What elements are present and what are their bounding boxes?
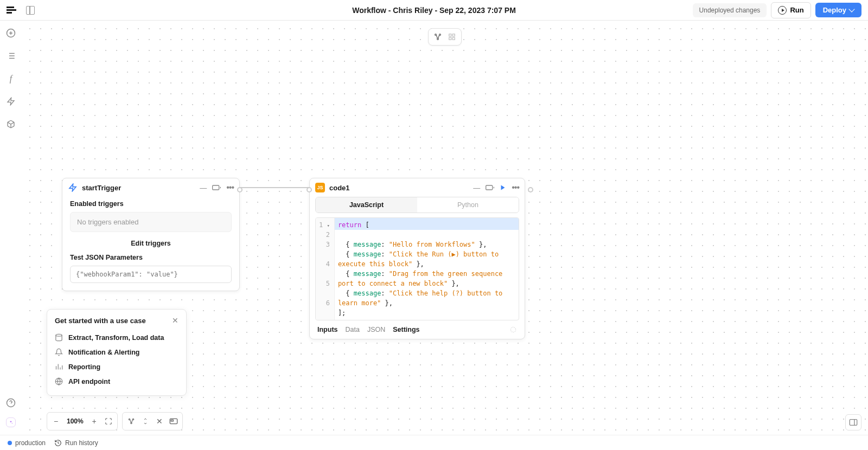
usecase-title: Get started with a use case — [55, 317, 146, 325]
tab-python[interactable]: Python — [417, 197, 519, 213]
run-history-label: Run history — [65, 439, 98, 447]
workflow-canvas[interactable]: startTrigger — ••• Enabled triggers No t… — [22, 21, 868, 435]
minimize-icon[interactable]: — — [200, 184, 207, 192]
right-panel-button[interactable] — [845, 414, 861, 430]
node-title: code1 — [329, 184, 469, 192]
port-out[interactable] — [237, 187, 242, 192]
package-icon[interactable] — [6, 119, 16, 129]
port-out[interactable] — [528, 187, 533, 192]
svg-rect-16 — [449, 34, 451, 36]
json-params-input[interactable] — [70, 266, 232, 283]
history-icon — [54, 439, 62, 447]
bolt-icon — [68, 183, 78, 192]
deploy-label: Deploy — [823, 6, 846, 14]
panel-toggle-icon[interactable] — [26, 6, 35, 15]
usecase-item-api[interactable]: API endpoint — [55, 374, 178, 389]
resize-handle-icon[interactable] — [509, 326, 517, 333]
code-editor[interactable]: 1 ▾23 4 5 6 return [ { message: "Hello f… — [315, 217, 519, 320]
svg-marker-25 — [501, 185, 505, 190]
chart-icon — [55, 363, 63, 371]
port-in[interactable] — [307, 187, 312, 192]
usecase-item-notification[interactable]: Notification & Alerting — [55, 345, 178, 359]
code-footer: Inputs Data JSON Settings — [310, 320, 525, 339]
more-icon[interactable]: ••• — [512, 183, 519, 192]
footer-inputs[interactable]: Inputs — [317, 326, 338, 333]
bottom-toolbar: − 100% + ✕ — [47, 412, 183, 430]
play-circle-icon — [778, 6, 787, 15]
help-icon[interactable] — [6, 398, 16, 408]
graph-view-button[interactable] — [431, 31, 445, 43]
close-icon[interactable]: ✕ — [172, 316, 178, 325]
view-toggle — [428, 28, 462, 46]
svg-rect-39 — [850, 420, 857, 426]
svg-rect-17 — [452, 34, 455, 36]
zoom-out-button[interactable]: − — [49, 415, 62, 428]
node-start-trigger[interactable]: startTrigger — ••• Enabled triggers No t… — [62, 178, 240, 291]
status-dot-icon — [8, 441, 12, 445]
usecase-item-label: API endpoint — [68, 378, 110, 385]
function-icon[interactable]: f — [6, 74, 16, 83]
globe-icon — [55, 377, 63, 385]
database-icon — [55, 333, 63, 342]
no-triggers-message: No triggers enabled — [70, 212, 232, 232]
usecase-item-label: Reporting — [68, 363, 100, 371]
svg-point-36 — [131, 422, 132, 423]
deploy-button[interactable]: Deploy — [815, 3, 861, 17]
env-indicator[interactable]: production — [8, 439, 46, 447]
js-icon: JS — [315, 183, 325, 192]
bolt-icon[interactable] — [6, 97, 16, 106]
app-logo[interactable] — [7, 7, 16, 14]
svg-rect-23 — [486, 185, 493, 190]
svg-rect-21 — [213, 185, 219, 190]
left-sidebar: f — [0, 21, 22, 435]
tab-javascript[interactable]: JavaScript — [316, 197, 417, 213]
edit-triggers-button[interactable]: Edit triggers — [70, 237, 232, 254]
status-bar: production Run history — [0, 435, 868, 450]
undeployed-badge[interactable]: Undeployed changes — [693, 3, 767, 17]
close-button[interactable]: ✕ — [153, 415, 166, 428]
run-label: Run — [790, 6, 803, 14]
footer-settings[interactable]: Settings — [393, 326, 419, 333]
svg-marker-20 — [69, 184, 76, 191]
usecase-item-etl[interactable]: Extract, Transform, Load data — [55, 330, 178, 345]
page-title: Workflow - Chris Riley - Sep 22, 2023 7:… — [352, 6, 516, 15]
usecase-panel: Get started with a use case ✕ Extract, T… — [47, 309, 187, 396]
app-header: Workflow - Chris Riley - Sep 22, 2023 7:… — [0, 0, 868, 21]
ai-sparkle-icon[interactable] — [6, 417, 16, 427]
play-icon[interactable] — [500, 184, 506, 191]
run-history-button[interactable]: Run history — [54, 439, 98, 447]
svg-point-27 — [56, 334, 62, 336]
footer-json[interactable]: JSON — [367, 326, 385, 333]
node-code1[interactable]: JS code1 — ••• JavaScript Python — [309, 178, 525, 339]
svg-marker-9 — [8, 98, 14, 105]
svg-rect-38 — [171, 420, 173, 421]
fit-view-button[interactable] — [102, 415, 115, 428]
usecase-item-label: Notification & Alerting — [68, 349, 139, 356]
layout-button[interactable] — [125, 415, 138, 428]
edge-trigger-to-code[interactable] — [240, 187, 309, 188]
svg-rect-18 — [449, 37, 451, 40]
add-icon[interactable] — [6, 28, 16, 38]
bell-icon — [55, 348, 63, 356]
battery-icon[interactable] — [212, 185, 221, 190]
zoom-level: 100% — [63, 417, 87, 425]
more-icon[interactable]: ••• — [226, 183, 234, 192]
svg-point-15 — [437, 38, 439, 40]
svg-point-26 — [510, 327, 515, 332]
language-tabs: JavaScript Python — [315, 197, 519, 213]
footer-data[interactable]: Data — [346, 326, 360, 333]
usecase-item-reporting[interactable]: Reporting — [55, 359, 178, 374]
list-icon[interactable] — [6, 51, 16, 61]
battery-icon[interactable] — [486, 185, 494, 190]
zoom-in-button[interactable]: + — [88, 415, 101, 428]
grid-view-button[interactable] — [445, 31, 459, 43]
minimize-icon[interactable]: — — [473, 184, 480, 192]
run-button[interactable]: Run — [771, 2, 810, 18]
sort-button[interactable] — [139, 415, 152, 428]
minimap-button[interactable] — [167, 415, 180, 428]
code-body[interactable]: return [ { message: "Hello from Workflow… — [335, 218, 519, 320]
usecase-item-label: Extract, Transform, Load data — [68, 334, 164, 342]
line-gutter: 1 ▾23 4 5 6 — [316, 218, 335, 320]
env-label: production — [15, 439, 46, 447]
svg-rect-19 — [452, 37, 455, 40]
